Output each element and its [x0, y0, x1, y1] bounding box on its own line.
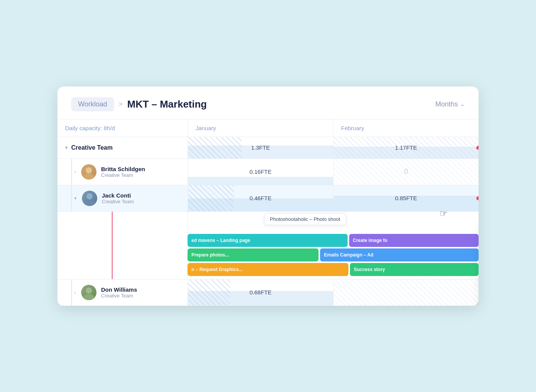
jack-jan-value: 0.46FTE — [250, 195, 272, 201]
member-row-jack: ▾ Jack Conti Creative Team 0.46FTE — [57, 185, 479, 212]
svg-point-3 — [84, 200, 95, 206]
don-indent-border — [71, 279, 72, 305]
creative-team-label-cell[interactable]: ▾ Creative Team — [57, 137, 188, 158]
months-dropdown-button[interactable]: Months ⌄ — [435, 100, 465, 108]
don-expand-icon: › — [74, 290, 76, 295]
britta-name: Britta Schildgen — [101, 166, 145, 172]
task-row-2: Prepare photos... Emails Campaign – Ad — [188, 248, 479, 261]
britta-feb-fte: 0 — [333, 159, 479, 185]
jack-member-cell[interactable]: ▾ Jack Conti Creative Team — [57, 185, 188, 211]
jack-red-dot — [476, 196, 479, 200]
task-row-3: n – Request Graphics... Success story — [188, 263, 479, 276]
page-title: MKT – Marketing — [127, 98, 207, 110]
jack-feb-fte: 0.85FTE ☞ — [333, 185, 479, 211]
britta-feb-value: 0 — [404, 168, 408, 176]
indent-border — [71, 159, 72, 185]
chevron-down-icon: ⌄ — [460, 101, 465, 107]
task-bar-success[interactable]: Success story — [350, 263, 479, 276]
task-bar-mavens[interactable]: ed mavens – Landing page — [188, 234, 348, 247]
red-vertical-line — [112, 212, 113, 279]
don-feb-fte — [333, 279, 479, 305]
feb-fte-value: 1.17FTE — [395, 144, 417, 151]
task-bar-prepare[interactable]: Prepare photos... — [188, 248, 319, 261]
jack-feb-value: 0.85FTE — [395, 195, 417, 201]
creative-team-jan-fte: 1.3FTE — [188, 137, 333, 158]
column-header-row: Daily capacity: 8h/d January February — [57, 119, 479, 137]
header: Workload > MKT – Marketing Months ⌄ — [57, 87, 479, 119]
svg-point-0 — [86, 167, 92, 173]
task-bar-create-image[interactable]: Create image fo — [349, 234, 479, 247]
britta-jan-bg — [188, 177, 333, 185]
britta-team: Creative Team — [101, 172, 145, 178]
don-member-cell[interactable]: › Don Williams Creative Team — [57, 279, 188, 305]
britta-jan-value: 0.16FTE — [250, 168, 272, 175]
member-expand-icon: › — [74, 169, 76, 175]
red-overalloc-dot — [476, 146, 479, 150]
jack-info: Jack Conti Creative Team — [102, 192, 134, 204]
don-avatar — [81, 285, 96, 300]
jack-name: Jack Conti — [102, 192, 134, 199]
britta-jan-fte: 0.16FTE — [188, 159, 333, 185]
col-february: February — [333, 119, 479, 137]
months-label: Months — [435, 100, 458, 108]
task-row-1: ed mavens – Landing page Create image fo — [188, 234, 479, 247]
britta-member-cell[interactable]: › Britta Schildgen Creative Team — [57, 159, 188, 185]
breadcrumb-arrow: > — [119, 100, 123, 108]
don-name: Don Williams — [101, 286, 137, 293]
jan-fte-value: 1.3FTE — [251, 144, 270, 151]
main-card: Workload > MKT – Marketing Months ⌄ Dail… — [57, 87, 479, 306]
jack-tasks-left — [57, 212, 188, 279]
don-info: Don Williams Creative Team — [101, 286, 137, 299]
workload-table: Daily capacity: 8h/d January February ▾ … — [57, 119, 479, 306]
svg-point-1 — [83, 173, 94, 180]
member-row-don: › Don Williams Creative Team 0.68FTE — [57, 279, 479, 306]
creative-team-name: Creative Team — [71, 144, 113, 151]
jack-tasks-bars: Photoshootaholic – Photo shoot ed mavens… — [188, 212, 479, 279]
don-team: Creative Team — [101, 293, 137, 299]
britta-info: Britta Schildgen Creative Team — [101, 166, 145, 178]
svg-point-2 — [87, 193, 93, 199]
svg-point-5 — [83, 294, 94, 300]
task-bar-request[interactable]: n – Request Graphics... — [188, 263, 348, 276]
jack-avatar — [82, 191, 97, 206]
britta-avatar — [81, 164, 96, 180]
jack-jan-fte: 0.46FTE — [188, 185, 333, 211]
col-january: January — [188, 119, 333, 137]
creative-team-group-row: ▾ Creative Team 1.3FTE 1.17FTE — [57, 137, 479, 159]
creative-team-feb-fte: 1.17FTE — [333, 137, 479, 158]
task-bar-emails[interactable]: Emails Campaign – Ad — [320, 248, 479, 261]
svg-point-4 — [86, 287, 92, 294]
don-jan-fte: 0.68FTE — [188, 279, 333, 305]
don-feb-hatch — [333, 279, 479, 305]
member-row-britta: › Britta Schildgen Creative Team 0.16FTE — [57, 159, 479, 185]
jack-team: Creative Team — [102, 199, 134, 204]
jack-tasks-container: Photoshootaholic – Photo shoot ed mavens… — [57, 212, 479, 279]
workload-badge[interactable]: Workload — [71, 97, 114, 111]
header-left: Workload > MKT – Marketing — [71, 97, 207, 111]
don-jan-value: 0.68FTE — [250, 289, 272, 296]
tooltip-task-bubble: Photoshootaholic – Photo shoot — [264, 213, 346, 225]
col-daily-capacity: Daily capacity: 8h/d — [57, 119, 188, 137]
jack-indent-border — [71, 185, 72, 211]
collapse-chevron-icon: ▾ — [65, 145, 67, 150]
jack-expand-icon: ▾ — [74, 196, 77, 201]
